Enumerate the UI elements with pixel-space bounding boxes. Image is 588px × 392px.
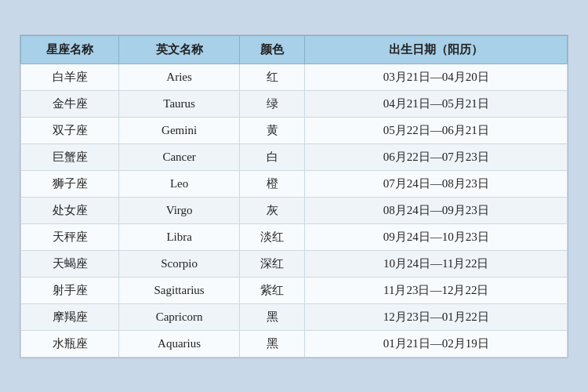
cell-color: 黑 (239, 330, 305, 357)
cell-date: 08月24日—09月23日 (305, 197, 568, 223)
cell-color: 淡红 (239, 223, 305, 250)
cell-zh: 巨蟹座 (21, 143, 119, 170)
table-row: 狮子座Leo橙07月24日—08月23日 (21, 170, 568, 197)
cell-en: Scorpio (119, 250, 239, 277)
table-row: 巨蟹座Cancer白06月22日—07月23日 (21, 143, 568, 170)
cell-zh: 天蝎座 (21, 250, 119, 277)
cell-zh: 白羊座 (21, 64, 119, 90)
cell-date: 10月24日—11月22日 (305, 250, 568, 277)
header-color: 颜色 (239, 35, 305, 64)
header-en: 英文名称 (119, 35, 239, 64)
cell-date: 12月23日—01月22日 (305, 303, 568, 330)
cell-zh: 狮子座 (21, 170, 119, 197)
table-header-row: 星座名称 英文名称 颜色 出生日期（阳历） (21, 35, 568, 64)
table-row: 处女座Virgo灰08月24日—09月23日 (21, 197, 568, 223)
cell-zh: 金牛座 (21, 90, 119, 117)
cell-en: Taurus (119, 90, 239, 117)
table-row: 摩羯座Capricorn黑12月23日—01月22日 (21, 303, 568, 330)
cell-date: 07月24日—08月23日 (305, 170, 568, 197)
cell-color: 橙 (239, 170, 305, 197)
cell-en: Gemini (119, 117, 239, 143)
table-row: 双子座Gemini黄05月22日—06月21日 (21, 117, 568, 143)
cell-date: 06月22日—07月23日 (305, 143, 568, 170)
cell-color: 黑 (239, 303, 305, 330)
cell-color: 深红 (239, 250, 305, 277)
cell-color: 黄 (239, 117, 305, 143)
table-row: 天蝎座Scorpio深红10月24日—11月22日 (21, 250, 568, 277)
cell-en: Cancer (119, 143, 239, 170)
cell-date: 01月21日—02月19日 (305, 330, 568, 357)
cell-color: 紫红 (239, 277, 305, 303)
cell-zh: 水瓶座 (21, 330, 119, 357)
cell-en: Leo (119, 170, 239, 197)
table-row: 天秤座Libra淡红09月24日—10月23日 (21, 223, 568, 250)
header-zh: 星座名称 (21, 35, 119, 64)
cell-en: Aquarius (119, 330, 239, 357)
cell-color: 红 (239, 64, 305, 90)
cell-date: 09月24日—10月23日 (305, 223, 568, 250)
table-row: 射手座Sagittarius紫红11月23日—12月22日 (21, 277, 568, 303)
cell-date: 05月22日—06月21日 (305, 117, 568, 143)
cell-date: 11月23日—12月22日 (305, 277, 568, 303)
cell-color: 白 (239, 143, 305, 170)
cell-en: Aries (119, 64, 239, 90)
zodiac-table-container: 星座名称 英文名称 颜色 出生日期（阳历） 白羊座Aries红03月21日—04… (20, 34, 568, 358)
table-row: 金牛座Taurus绿04月21日—05月21日 (21, 90, 568, 117)
cell-zh: 双子座 (21, 117, 119, 143)
zodiac-table: 星座名称 英文名称 颜色 出生日期（阳历） 白羊座Aries红03月21日—04… (20, 35, 568, 358)
header-date: 出生日期（阳历） (305, 35, 568, 64)
cell-date: 03月21日—04月20日 (305, 64, 568, 90)
cell-zh: 天秤座 (21, 223, 119, 250)
cell-zh: 射手座 (21, 277, 119, 303)
cell-en: Sagittarius (119, 277, 239, 303)
cell-en: Libra (119, 223, 239, 250)
cell-color: 绿 (239, 90, 305, 117)
cell-zh: 摩羯座 (21, 303, 119, 330)
table-row: 白羊座Aries红03月21日—04月20日 (21, 64, 568, 90)
cell-zh: 处女座 (21, 197, 119, 223)
cell-en: Virgo (119, 197, 239, 223)
cell-color: 灰 (239, 197, 305, 223)
table-row: 水瓶座Aquarius黑01月21日—02月19日 (21, 330, 568, 357)
cell-date: 04月21日—05月21日 (305, 90, 568, 117)
cell-en: Capricorn (119, 303, 239, 330)
